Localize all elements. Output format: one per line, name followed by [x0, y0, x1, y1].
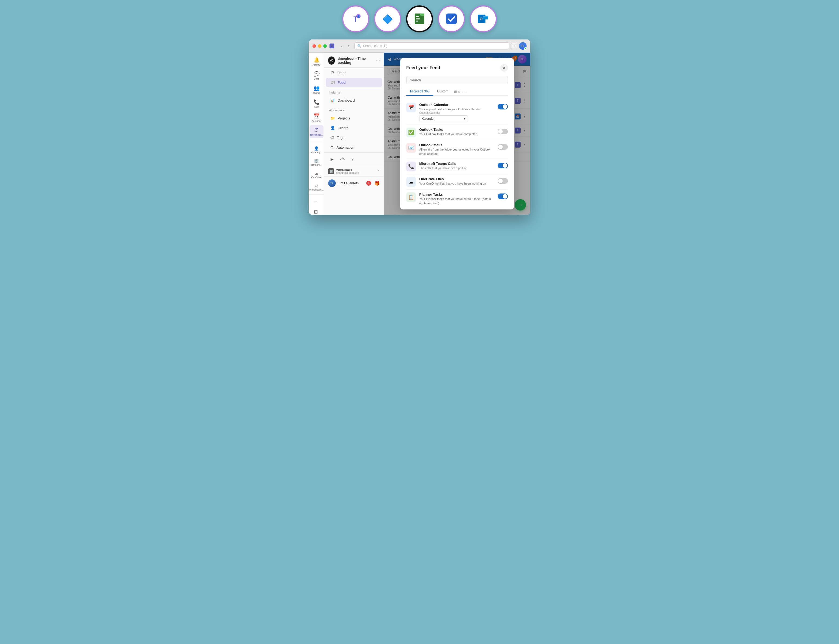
teams-logo: T: [329, 44, 334, 48]
online-indicator: [524, 47, 526, 50]
modal-close-button[interactable]: ✕: [500, 64, 508, 72]
integration-onedrive: ☁ OneDrive Files Your OneDrive files tha…: [406, 174, 508, 190]
toggle-knob-mails: [498, 145, 503, 149]
workspace-selector[interactable]: 🏢 Workspace timeghost solutions ⌃: [324, 166, 383, 176]
sidebar-item-calls[interactable]: 📞 Calls: [309, 97, 324, 110]
modal-header: Feed your Feed ✕: [406, 64, 508, 72]
outlook-mails-toggle[interactable]: [498, 144, 508, 150]
sidebar-icons: 🔔 Activity 💬 Chat 👥 Teams 📞 Calls 📅 Cale…: [309, 53, 324, 215]
outlook-tasks-icon: ✅: [406, 128, 416, 137]
dashboard-label: Dashboard: [337, 99, 355, 102]
app-header: ⏱ timeghost - Time tracking ···: [324, 53, 383, 67]
planner-toggle[interactable]: [498, 194, 508, 199]
teams-calls-toggle[interactable]: [498, 163, 508, 168]
company-label: company...: [311, 164, 322, 166]
dropdown-value: Kalender: [422, 117, 434, 120]
planner-tasks-name: Planner Tasks: [419, 192, 494, 197]
calendar-label: Calendar: [311, 120, 321, 122]
calendar-icon: 📅: [314, 113, 319, 119]
sidebar-item-calendar[interactable]: 📅 Calendar: [309, 111, 324, 125]
planner-tasks-desc: Your Planner tasks that you have set to …: [419, 197, 494, 205]
svg-rect-14: [483, 16, 488, 17]
toggle-knob-onedrive: [498, 179, 503, 183]
sidebar-item-absentify[interactable]: 👤 absentify...: [309, 144, 324, 156]
integration-teams-calls: 📞 Microsoft Teams Calls The calls that y…: [406, 159, 508, 174]
user-avatar[interactable]: TL: [519, 42, 526, 50]
workspace-name: Workspace: [336, 168, 360, 171]
modal-search-input[interactable]: [406, 76, 508, 84]
sidebar-item-company[interactable]: 🏢 company...: [309, 156, 324, 168]
onedrive-toggle[interactable]: [498, 178, 508, 184]
chat-label: Chat: [314, 77, 319, 80]
maximize-button[interactable]: [323, 44, 327, 48]
outlook-cal-dropdown[interactable]: Kalender ▾: [419, 115, 468, 122]
bottom-tools: ▶ </> ?: [324, 153, 383, 166]
tab-icon-circle: ○: [461, 90, 463, 94]
minimize-button[interactable]: [318, 44, 321, 48]
nav-tags[interactable]: 🏷 Tags: [326, 133, 382, 142]
outlook-cal-desc: Your appointments from your Outlook cale…: [419, 107, 494, 111]
todo-app-icon[interactable]: [438, 5, 465, 33]
back-arrow[interactable]: ‹: [339, 43, 345, 49]
svg-rect-9: [420, 13, 424, 16]
onedrive-files-desc: Your OneDrive files that you have been w…: [419, 182, 494, 186]
outlook-cal-toggle[interactable]: [498, 104, 508, 110]
app-header-more-button[interactable]: ···: [376, 58, 380, 63]
forward-arrow[interactable]: ›: [346, 43, 352, 49]
activity-icon: 🔔: [314, 57, 319, 63]
user-avatar-sm: TL: [328, 179, 336, 187]
svg-rect-6: [416, 16, 419, 17]
nav-clients[interactable]: 👤 Clients: [326, 123, 382, 132]
nav-projects[interactable]: 📁 Projects: [326, 113, 382, 123]
outlook-tasks-desc: Your Outlook tasks that you have complet…: [419, 132, 494, 136]
sidebar-item-timeghost[interactable]: ⏱ timeghost...: [309, 125, 324, 138]
timer-icon: ⏱: [330, 71, 334, 75]
nav-dashboard[interactable]: 📊 Dashboard: [326, 96, 382, 105]
teams-app-icon[interactable]: T 👤: [342, 5, 369, 33]
activity-label: Activity: [313, 64, 320, 66]
automation-icon: ⚙: [330, 145, 334, 150]
sidebar-item-activity[interactable]: 🔔 Activity: [309, 55, 324, 68]
modal-tab-m365[interactable]: Microsoft 365: [406, 87, 433, 96]
modal-tab-custom[interactable]: Custom: [433, 87, 452, 96]
outlook-cal-source: Outlook Calendar: [419, 111, 494, 114]
dashboard-icon: 📊: [330, 98, 335, 102]
title-search-bar[interactable]: 🔍 Search (Cmd+E): [354, 43, 509, 49]
modal-tabs: Microsoft 365 Custom ⊞ ◇ ○ ···: [406, 87, 508, 96]
mac-window: T ‹ › 🔍 Search (Cmd+E) ··· TL 🔔 Activity…: [309, 39, 530, 215]
automation-label: Automation: [337, 145, 354, 150]
close-button[interactable]: [313, 44, 316, 48]
more-icon: ···: [314, 199, 318, 205]
sidebar-item-onedrive[interactable]: ☁ OneDrive: [309, 169, 324, 181]
sidebar-item-teams[interactable]: 👥 Teams: [309, 83, 324, 97]
nav-feed[interactable]: 📰 Feed: [326, 78, 382, 87]
integration-outlook-tasks: ✅ Outlook Tasks Your Outlook tasks that …: [406, 125, 508, 140]
app-logo: ⏱: [328, 56, 335, 64]
sidebar-item-apps[interactable]: ⊞ Apps: [309, 207, 323, 215]
absentify-label: absentify...: [311, 151, 322, 154]
apps-icon: ⊞: [314, 209, 318, 215]
sidebar-item-chat[interactable]: 💬 Chat: [309, 69, 324, 82]
svg-text:👤: 👤: [357, 15, 360, 18]
outlook-app-icon[interactable]: O: [470, 5, 497, 33]
outlook-tasks-toggle[interactable]: [498, 129, 508, 134]
integration-planner: 📋 Planner Tasks Your Planner tasks that …: [406, 190, 508, 209]
app-nav-sidebar: ⏱ timeghost - Time tracking ··· ⏱ Timer …: [324, 53, 384, 215]
planner-app-icon[interactable]: [406, 5, 433, 33]
planner-tasks-icon: 📋: [406, 192, 416, 202]
devops-app-icon[interactable]: 🔷: [374, 5, 401, 33]
help-button[interactable]: ?: [349, 155, 356, 163]
tab-icon-grid: ⊞: [454, 90, 457, 94]
nav-arrows: ‹ ›: [339, 43, 352, 49]
code-button[interactable]: </>: [339, 155, 346, 163]
outlook-tasks-name: Outlook Tasks: [419, 128, 494, 131]
titlebar-more-button[interactable]: ···: [512, 43, 516, 49]
sidebar-item-more[interactable]: ···: [309, 197, 323, 207]
youtube-button[interactable]: ▶: [328, 155, 336, 163]
nav-timer[interactable]: ⏱ Timer: [326, 68, 382, 77]
sidebar-item-whiteboard[interactable]: 🖊 Whiteboard...: [309, 181, 324, 193]
traffic-lights: [313, 44, 327, 48]
app-title: timeghost - Time tracking: [337, 56, 373, 64]
svg-text:T: T: [331, 44, 333, 48]
nav-automation[interactable]: ⚙ Automation: [326, 143, 382, 152]
